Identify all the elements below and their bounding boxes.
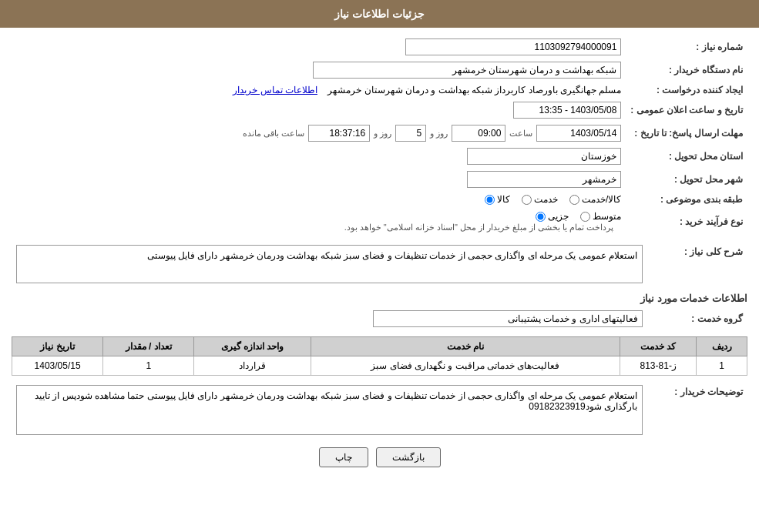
description-value: استعلام عمومی یک مرحله ای واگذاری حجمی ا… — [12, 242, 647, 286]
date-input[interactable] — [513, 102, 621, 119]
info-table: شماره نیاز : نام دستگاه خریدار : ایجاد ک… — [12, 35, 747, 236]
date-value — [12, 99, 626, 122]
notes-table: توضیحات خریدار : استعلام عمومی یک مرحله … — [12, 382, 747, 438]
province-input[interactable] — [467, 148, 621, 165]
cell-row_num: 1 — [697, 356, 747, 376]
description-label: شرح کلی نیاز : — [647, 242, 747, 286]
service-table: ردیف کد خدمت نام خدمت واحد اندازه گیری ت… — [12, 336, 747, 376]
cell-unit: قرارداد — [194, 356, 311, 376]
notes-label: توضیحات خریدار : — [647, 382, 747, 438]
deadline-row: مهلت ارسال پاسخ: تا تاریخ : ساعت روز و ر… — [12, 122, 747, 145]
purchase-type-row: نوع فرآیند خرید : متوسط جزیی پرداخت — [12, 208, 747, 236]
category-goods-radio[interactable] — [485, 195, 495, 205]
purchase-type-radio-group: متوسط جزیی — [16, 211, 621, 222]
purchase-type-value: متوسط جزیی پرداخت تمام یا بخشی از مبلغ خ… — [12, 208, 626, 236]
col-unit: واحد اندازه گیری — [194, 337, 311, 356]
description-text: استعلام عمومی یک مرحله ای واگذاری حجمی ا… — [147, 250, 637, 261]
category-goods-service-label: کالا/خدمت — [582, 194, 621, 205]
purchase-type-label: نوع فرآیند خرید : — [626, 208, 747, 236]
need-number-row: شماره نیاز : — [12, 35, 747, 59]
deadline-remaining-input[interactable] — [308, 125, 370, 142]
city-value — [12, 168, 626, 191]
col-need-date: تاریخ نیاز — [12, 337, 103, 356]
notes-row: توضیحات خریدار : استعلام عمومی یک مرحله … — [12, 382, 747, 438]
deadline-time-input[interactable] — [452, 125, 505, 142]
service-group-input[interactable] — [373, 310, 643, 327]
notes-text: استعلام عمومی یک مرحله ای واگذاری حجمی ا… — [35, 390, 637, 412]
category-service-option[interactable]: خدمت — [522, 194, 558, 205]
created-by-value: مسلم جهانگیری باورصاد کاربرداز شبکه بهدا… — [12, 82, 626, 99]
buttons-row: بازگشت چاپ — [12, 447, 747, 467]
cell-need_date: 1403/05/15 — [12, 356, 103, 376]
buyer-org-input[interactable] — [313, 62, 621, 79]
service-table-head: ردیف کد خدمت نام خدمت واحد اندازه گیری ت… — [12, 337, 747, 356]
category-row: طبقه بندی موضوعی : کالا/خدمت خدمت کالا — [12, 191, 747, 208]
back-button[interactable]: بازگشت — [376, 447, 441, 467]
purchase-type-partial-radio[interactable] — [536, 212, 546, 222]
date-row: تاریخ و ساعت اعلان عمومی : — [12, 99, 747, 122]
category-service-radio[interactable] — [522, 195, 532, 205]
created-by-label: ایجاد کننده درخواست : — [626, 82, 747, 99]
col-row-num: ردیف — [697, 337, 747, 356]
city-row: شهر محل تحویل : — [12, 168, 747, 191]
col-service-name: نام خدمت — [311, 337, 620, 356]
category-service-label: خدمت — [534, 194, 558, 205]
purchase-type-partial-option[interactable]: جزیی — [536, 211, 569, 222]
remaining-label: ساعت باقی مانده — [243, 129, 304, 139]
cell-service_name: فعالیت‌های خدماتی مراقبت و نگهداری فضای … — [311, 356, 620, 376]
service-group-value — [12, 307, 647, 330]
created-by-text: مسلم جهانگیری باورصاد کاربرداز شبکه بهدا… — [327, 85, 621, 95]
page-wrapper: جزئیات اطلاعات نیاز شماره نیاز : نام دست… — [0, 0, 759, 532]
description-row: شرح کلی نیاز : استعلام عمومی یک مرحله ای… — [12, 242, 747, 286]
description-table: شرح کلی نیاز : استعلام عمومی یک مرحله ای… — [12, 242, 747, 286]
purchase-type-partial-label: جزیی — [548, 211, 569, 222]
service-group-row: گروه خدمت : — [12, 307, 747, 330]
buyer-org-label: نام دستگاه خریدار : — [626, 59, 747, 82]
service-info-title: اطلاعات خدمات مورد نیاز — [12, 293, 747, 304]
deadline-date-input[interactable] — [536, 125, 621, 142]
purchase-type-medium-label: متوسط — [593, 211, 621, 222]
deadline-value: ساعت روز و روز و ساعت باقی مانده — [12, 122, 626, 145]
category-label: طبقه بندی موضوعی : — [626, 191, 747, 208]
col-service-code: کد خدمت — [620, 337, 697, 356]
deadline-group: ساعت روز و روز و ساعت باقی مانده — [16, 125, 621, 142]
description-box: استعلام عمومی یک مرحله ای واگذاری حجمی ا… — [16, 245, 643, 283]
col-quantity: تعداد / مقدار — [103, 337, 194, 356]
purchase-type-medium-option[interactable]: متوسط — [580, 211, 621, 222]
cell-quantity: 1 — [103, 356, 194, 376]
purchase-type-medium-radio[interactable] — [580, 212, 590, 222]
need-number-input[interactable] — [405, 38, 621, 55]
notes-value: استعلام عمومی یک مرحله ای واگذاری حجمی ا… — [12, 382, 647, 438]
page-title: جزئیات اطلاعات نیاز — [334, 8, 425, 20]
deadline-label: مهلت ارسال پاسخ: تا تاریخ : — [626, 122, 747, 145]
service-group-label: گروه خدمت : — [647, 307, 747, 330]
table-row: 1ز-81-813فعالیت‌های خدماتی مراقبت و نگهد… — [12, 356, 747, 376]
category-goods-label: کالا — [497, 194, 510, 205]
need-number-value — [12, 35, 626, 59]
deadline-days-input[interactable] — [395, 125, 426, 142]
buyer-org-row: نام دستگاه خریدار : — [12, 59, 747, 82]
service-table-body: 1ز-81-813فعالیت‌های خدماتی مراقبت و نگهد… — [12, 356, 747, 376]
print-button[interactable]: چاپ — [319, 447, 368, 467]
contact-link[interactable]: اطلاعات تماس خریدار — [233, 85, 317, 95]
page-header: جزئیات اطلاعات نیاز — [0, 0, 759, 28]
time-label2: روز و — [374, 129, 391, 139]
service-group-table: گروه خدمت : — [12, 307, 747, 330]
notes-box: استعلام عمومی یک مرحله ای واگذاری حجمی ا… — [16, 385, 643, 435]
date-label: تاریخ و ساعت اعلان عمومی : — [626, 99, 747, 122]
main-content: شماره نیاز : نام دستگاه خریدار : ایجاد ک… — [0, 28, 759, 475]
category-goods-service-radio[interactable] — [569, 195, 579, 205]
category-goods-option[interactable]: کالا — [485, 194, 510, 205]
category-value: کالا/خدمت خدمت کالا — [12, 191, 626, 208]
cell-service_code: ز-81-813 — [620, 356, 697, 376]
city-label: شهر محل تحویل : — [626, 168, 747, 191]
province-value — [12, 145, 626, 168]
province-row: استان محل تحویل : — [12, 145, 747, 168]
city-input[interactable] — [467, 171, 621, 188]
category-goods-service-option[interactable]: کالا/خدمت — [569, 194, 621, 205]
created-by-row: ایجاد کننده درخواست : مسلم جهانگیری باور… — [12, 82, 747, 99]
time-label: ساعت — [509, 129, 532, 139]
buyer-org-value — [12, 59, 626, 82]
province-label: استان محل تحویل : — [626, 145, 747, 168]
need-number-label: شماره نیاز : — [626, 35, 747, 59]
